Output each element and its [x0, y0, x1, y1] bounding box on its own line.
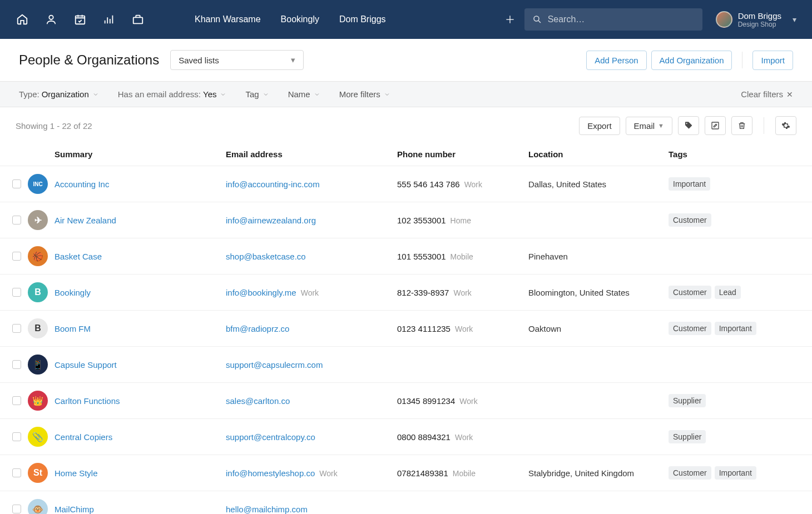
row-checkbox[interactable]	[12, 216, 21, 224]
filter-email[interactable]: Has an email address: Yes	[118, 89, 227, 99]
add-button[interactable]	[496, 14, 524, 25]
tag-chip[interactable]: Supplier	[669, 430, 706, 443]
org-name-link[interactable]: Bookingly	[55, 288, 91, 297]
col-location: Location	[528, 149, 669, 159]
tags-list: Supplier	[669, 430, 800, 443]
svg-rect-1	[76, 16, 85, 24]
org-name-link[interactable]: MailChimp	[55, 505, 94, 514]
recent-link-2[interactable]: Dom Briggs	[339, 14, 386, 24]
export-button[interactable]: Export	[579, 117, 620, 135]
person-icon[interactable]	[44, 13, 58, 26]
org-name-link[interactable]: Accounting Inc	[55, 179, 109, 189]
tag-chip[interactable]: Customer	[669, 286, 711, 299]
chevron-down-icon	[314, 91, 320, 98]
row-checkbox[interactable]	[12, 432, 21, 441]
filter-name[interactable]: Name	[288, 89, 320, 99]
tag-chip[interactable]: Customer	[669, 322, 711, 335]
briefcase-icon[interactable]	[131, 13, 145, 26]
tags-list: Customer	[669, 213, 800, 227]
import-button[interactable]: Import	[752, 51, 793, 70]
email-link[interactable]: info@airnewzealand.org	[226, 216, 316, 225]
saved-lists-label: Saved lists	[179, 56, 219, 65]
tags-list: CustomerImportant	[669, 322, 800, 335]
recent-link-1[interactable]: Bookingly	[281, 14, 319, 24]
calendar-icon[interactable]	[73, 13, 87, 26]
row-checkbox[interactable]	[12, 468, 21, 477]
email-link[interactable]: sales@carlton.co	[226, 396, 290, 406]
org-name-link[interactable]: Boom FM	[55, 324, 91, 333]
filter-type[interactable]: Type: Organization	[19, 89, 99, 99]
user-menu[interactable]: Dom Briggs Design Shop ▾	[716, 11, 796, 28]
tag-chip[interactable]: Important	[715, 322, 756, 335]
chart-icon[interactable]	[102, 13, 116, 26]
location-text: Stalybridge, United Kingdom	[528, 468, 669, 478]
user-name: Dom Briggs	[738, 11, 781, 21]
org-logo: 📎	[28, 427, 48, 447]
home-icon[interactable]	[16, 13, 29, 26]
tags-list: CustomerImportant	[669, 466, 800, 480]
settings-button[interactable]	[775, 116, 796, 135]
chevron-down-icon: ▼	[658, 122, 664, 129]
org-logo: B	[28, 318, 48, 338]
table-row: BBookinglyinfo@bookingly.meWork812-339-8…	[0, 274, 812, 310]
delete-button[interactable]	[731, 116, 752, 135]
tag-chip[interactable]: Important	[715, 466, 756, 480]
toolbar-actions: Export Email▼	[579, 116, 796, 135]
email-link[interactable]: info@bookingly.me	[226, 288, 296, 297]
org-logo: St	[28, 463, 48, 483]
org-name-link[interactable]: Central Copiers	[55, 432, 112, 442]
tag-chip[interactable]: Supplier	[669, 394, 706, 407]
header-actions: Add Person Add Organization Import	[586, 51, 793, 70]
phone-number: 812-339-8937	[397, 288, 449, 297]
search-box[interactable]	[524, 8, 702, 31]
phone-type: Work	[453, 288, 471, 297]
add-organization-button[interactable]: Add Organization	[651, 51, 732, 70]
org-name-link[interactable]: Carlton Functions	[55, 396, 120, 406]
row-checkbox[interactable]	[12, 324, 21, 333]
org-logo: 📱	[28, 355, 48, 375]
search-input[interactable]	[548, 14, 695, 24]
row-checkbox[interactable]	[12, 252, 21, 261]
row-checkbox[interactable]	[12, 179, 21, 188]
org-name-link[interactable]: Home Style	[55, 468, 98, 478]
email-link[interactable]: support@capsulecrm.com	[226, 360, 323, 370]
svg-point-3	[534, 16, 539, 21]
email-link[interactable]: support@centralcopy.co	[226, 432, 315, 442]
org-name-link[interactable]: Basket Case	[55, 252, 102, 261]
row-checkbox[interactable]	[12, 360, 21, 369]
tag-chip[interactable]: Important	[669, 177, 710, 191]
email-link[interactable]: bfm@radioprz.co	[226, 324, 289, 333]
tag-button[interactable]	[678, 116, 699, 135]
tags-list: Important	[669, 177, 800, 191]
chevron-down-icon: ▾	[291, 55, 295, 65]
org-logo: 👑	[28, 391, 48, 411]
phone-number: 101 5553001	[397, 252, 446, 261]
clear-filters[interactable]: Clear filters ✕	[741, 89, 793, 99]
table-body: INCAccounting Incinfo@accounting-inc.com…	[0, 166, 812, 514]
org-name-link[interactable]: Air New Zealand	[55, 216, 116, 225]
filter-more[interactable]: More filters	[339, 89, 390, 99]
tag-chip[interactable]: Lead	[715, 286, 741, 299]
saved-lists-dropdown[interactable]: Saved lists ▾	[170, 50, 304, 70]
edit-button[interactable]	[705, 116, 726, 135]
email-type: Work	[301, 288, 319, 297]
row-checkbox[interactable]	[12, 505, 21, 513]
filter-tag[interactable]: Tag	[245, 89, 269, 99]
table-row: 🏀Basket Caseshop@basketcase.co101 555300…	[0, 238, 812, 274]
recent-link-0[interactable]: Khann Warsame	[195, 14, 261, 24]
tag-chip[interactable]: Customer	[669, 213, 711, 227]
email-type: Work	[319, 469, 337, 478]
org-logo: 🏀	[28, 246, 48, 266]
email-link[interactable]: shop@basketcase.co	[226, 252, 306, 261]
svg-point-0	[49, 16, 53, 19]
email-link[interactable]: info@accounting-inc.com	[226, 179, 320, 189]
row-checkbox[interactable]	[12, 396, 21, 405]
org-name-link[interactable]: Capsule Support	[55, 360, 117, 370]
chevron-down-icon: ▾	[793, 15, 796, 24]
email-link[interactable]: hello@mailchimp.com	[226, 505, 308, 514]
email-link[interactable]: info@homestyleshop.co	[226, 468, 315, 478]
row-checkbox[interactable]	[12, 288, 21, 297]
add-person-button[interactable]: Add Person	[586, 51, 646, 70]
email-button[interactable]: Email▼	[626, 117, 672, 135]
tag-chip[interactable]: Customer	[669, 466, 711, 480]
